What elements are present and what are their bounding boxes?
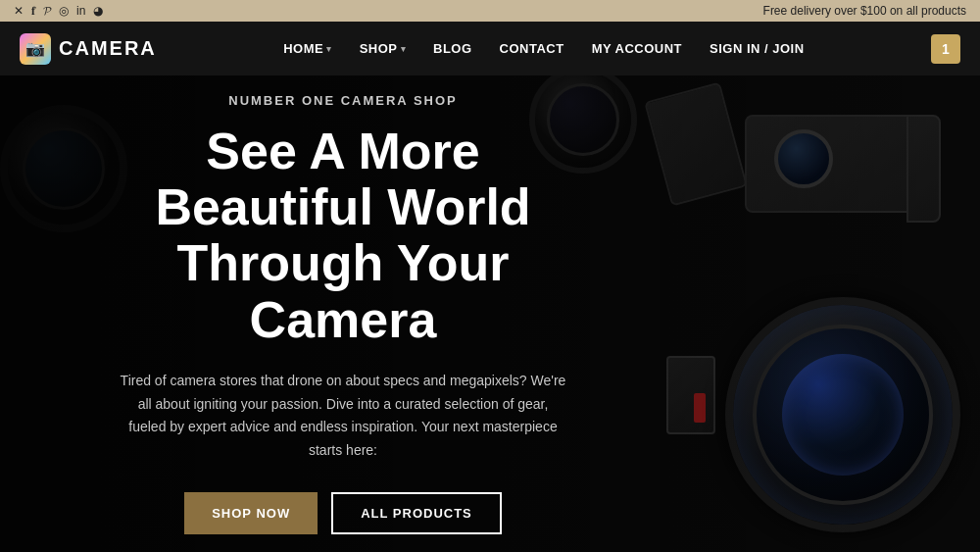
hero-description: Tired of camera stores that drone on abo… — [118, 370, 568, 463]
logo-text: CAMERA — [59, 37, 157, 60]
hero-title-line1: See A More Beautiful World — [155, 123, 530, 235]
shop-now-button[interactable]: SHOP NOW — [184, 492, 318, 534]
pinterest-icon[interactable]: 𝓟 — [43, 4, 51, 18]
nav-my-account[interactable]: MY ACCOUNT — [580, 35, 694, 62]
header-right: 1 — [931, 34, 960, 64]
cart-button[interactable]: 1 — [931, 34, 960, 64]
instagram-icon[interactable]: ◎ — [59, 4, 69, 18]
main-nav: HOME ▾ SHOP ▾ BLOG CONTACT MY ACCOUNT SI… — [271, 35, 815, 62]
header: 📷 CAMERA HOME ▾ SHOP ▾ BLOG CONTACT MY A… — [0, 22, 980, 75]
rss-icon[interactable]: ◕ — [93, 4, 103, 18]
top-bar: ✕ 𝐟 𝓟 ◎ in ◕ Free delivery over $100 on … — [0, 0, 980, 22]
hero-title-line2: Through Your Camera — [177, 234, 510, 347]
social-icons: ✕ 𝐟 𝓟 ◎ in ◕ — [14, 4, 103, 18]
hero-section: NUMBER ONE CAMERA SHOP See A More Beauti… — [0, 75, 980, 552]
hero-title: See A More Beautiful World Through Your … — [118, 124, 568, 348]
logo-icon: 📷 — [20, 33, 51, 65]
delivery-message: Free delivery over $100 on all products — [763, 4, 966, 18]
linkedin-icon[interactable]: in — [76, 4, 85, 18]
hero-subtitle: NUMBER ONE CAMERA SHOP — [118, 93, 568, 108]
nav-sign-in[interactable]: SIGN IN / JOIN — [698, 35, 816, 62]
twitter-icon[interactable]: ✕ — [14, 4, 24, 18]
nav-contact[interactable]: CONTACT — [488, 35, 576, 62]
hero-content: NUMBER ONE CAMERA SHOP See A More Beauti… — [59, 93, 627, 534]
nav-shop[interactable]: SHOP ▾ — [348, 35, 417, 62]
home-chevron-icon: ▾ — [326, 44, 332, 54]
facebook-icon[interactable]: 𝐟 — [31, 4, 35, 18]
hero-buttons: SHOP NOW ALL PRODUCTS — [118, 492, 568, 534]
nav-home[interactable]: HOME ▾ — [271, 35, 344, 62]
shop-chevron-icon: ▾ — [401, 44, 407, 54]
logo-link[interactable]: 📷 CAMERA — [20, 33, 157, 65]
nav-blog[interactable]: BLOG — [421, 35, 484, 62]
all-products-button[interactable]: ALL PRODUCTS — [331, 492, 502, 534]
